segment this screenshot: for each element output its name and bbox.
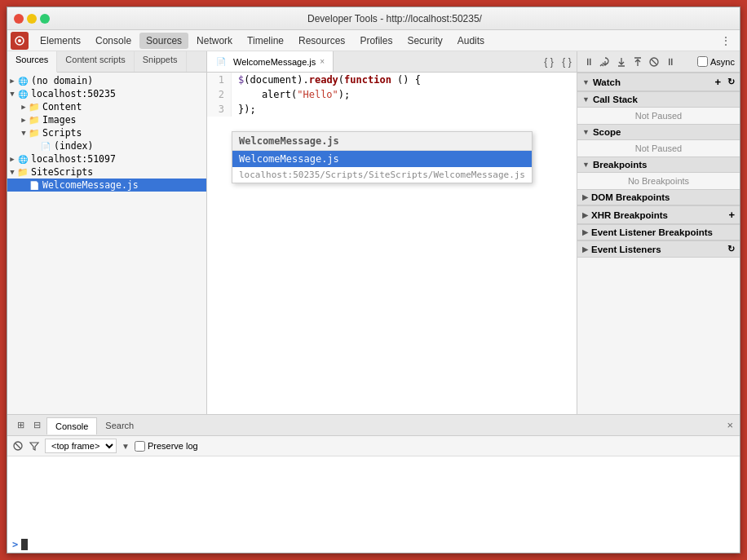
- tree-item-index[interactable]: 📄 (index): [7, 139, 206, 152]
- devtools-body: Sources Content scripts Snippets ▶ 🌐 (no…: [7, 51, 740, 414]
- watch-label: Watch: [593, 77, 621, 87]
- tree-label-no-domain: (no domain): [31, 75, 93, 86]
- watch-add-button[interactable]: +: [714, 76, 721, 88]
- expand-arrow-51097: ▶: [7, 154, 17, 164]
- scope-expand-icon: ▼: [582, 128, 590, 136]
- section-event-listeners-header[interactable]: ▶ Event Listeners ↻: [577, 240, 740, 258]
- tree-label-50235: localhost:50235: [31, 88, 116, 99]
- folder-icon-content: 📁: [29, 101, 40, 112]
- menu-console[interactable]: Console: [89, 33, 138, 49]
- section-callstack-header[interactable]: ▼ Call Stack: [577, 91, 740, 108]
- tree-item-sitescripts[interactable]: ▼ 📁 SiteScripts: [7, 165, 206, 179]
- tree-item-scripts[interactable]: ▼ 📁 Scripts: [7, 126, 206, 139]
- section-event-listener-header[interactable]: ▶ Event Listener Breakpoints: [577, 224, 740, 240]
- section-watch-header[interactable]: ▼ Watch + ↻: [577, 73, 740, 91]
- autocomplete-item-0[interactable]: WelcomeMessage.js: [232, 151, 532, 167]
- file-tree: ▶ 🌐 (no domain) ▼ 🌐 localhost:50235 ▶ 📁 …: [7, 73, 206, 414]
- callstack-label: Call Stack: [593, 95, 638, 104]
- async-checkbox-input[interactable]: [697, 56, 708, 67]
- scope-label: Scope: [593, 127, 621, 137]
- tree-item-localhost-51097[interactable]: ▶ 🌐 localhost:51097: [7, 152, 206, 165]
- menu-elements[interactable]: Elements: [33, 33, 87, 49]
- maximize-button[interactable]: [40, 14, 50, 24]
- editor-tab-welcomemessage[interactable]: 📄 WelcomeMessage.js ×: [207, 51, 334, 72]
- menu-network[interactable]: Network: [190, 33, 239, 49]
- section-breakpoints-header[interactable]: ▼ Breakpoints: [577, 157, 740, 173]
- step-in-button[interactable]: [615, 55, 628, 68]
- menu-bar: Elements Console Sources Network Timelin…: [7, 30, 740, 51]
- tab-content-scripts[interactable]: Content scripts: [57, 51, 134, 72]
- menu-resources[interactable]: Resources: [292, 33, 351, 49]
- line-content-3: });: [232, 102, 256, 117]
- svg-line-5: [15, 443, 20, 448]
- console-prompt[interactable]: >: [7, 536, 740, 553]
- xhr-add-button[interactable]: +: [728, 209, 735, 221]
- expand-arrow-welcomemessage: [19, 180, 29, 190]
- file-icon-index: 📄: [40, 140, 51, 152]
- menu-audits[interactable]: Audits: [451, 33, 491, 49]
- tree-label-scripts: Scripts: [42, 127, 82, 139]
- tree-item-images[interactable]: ▶ 📁 Images: [7, 113, 206, 126]
- tree-item-welcomemessage[interactable]: 📄 WelcomeMessage.js: [7, 179, 206, 192]
- globe-icon-50235: 🌐: [17, 88, 29, 99]
- section-dom-breakpoints-header[interactable]: ▶ DOM Breakpoints: [577, 189, 740, 205]
- globe-icon-no-domain: 🌐: [17, 75, 29, 86]
- pretty-print-icon[interactable]: { }: [560, 55, 573, 68]
- close-button[interactable]: [14, 14, 24, 24]
- editor-tabs: 📄 WelcomeMessage.js × { } { }: [207, 51, 577, 73]
- bottom-close-button[interactable]: ×: [723, 419, 736, 431]
- line-number-1: 1: [207, 73, 232, 87]
- line-content-2: alert("Hello");: [232, 87, 350, 102]
- section-scope-header[interactable]: ▼ Scope: [577, 124, 740, 140]
- svg-point-1: [18, 39, 21, 42]
- folder-icon-sitescripts: 📁: [17, 166, 29, 178]
- more-menu-button[interactable]: ⋮: [715, 33, 736, 49]
- tree-item-no-domain[interactable]: ▶ 🌐 (no domain): [7, 74, 206, 87]
- menu-profiles[interactable]: Profiles: [353, 33, 399, 49]
- async-label: Async: [710, 57, 735, 67]
- preserve-log-input[interactable]: [135, 441, 145, 452]
- bottom-panel-toggle[interactable]: ⊞: [14, 419, 27, 432]
- tree-item-content[interactable]: ▶ 📁 Content: [7, 100, 206, 113]
- tab-sources[interactable]: Sources: [7, 51, 57, 73]
- line-content-1: $(document).ready(function () {: [232, 73, 421, 87]
- tab-console[interactable]: Console: [46, 417, 97, 434]
- filter-button[interactable]: [29, 440, 40, 452]
- menu-security[interactable]: Security: [400, 33, 449, 49]
- console-content: [7, 456, 740, 536]
- event-listener-label: Event Listener Breakpoints: [591, 227, 713, 237]
- code-editor[interactable]: 1 $(document).ready(function () { 2 aler…: [207, 73, 577, 414]
- close-tab-button[interactable]: ×: [320, 57, 325, 66]
- expand-arrow-no-domain: ▶: [7, 76, 17, 86]
- format-icon[interactable]: { }: [542, 55, 555, 68]
- prompt-symbol: >: [12, 539, 18, 550]
- tab-search[interactable]: Search: [97, 417, 142, 434]
- bottom-panel-icon2[interactable]: ⊟: [30, 419, 43, 432]
- disable-breakpoints-button[interactable]: [648, 55, 661, 68]
- menu-timeline[interactable]: Timeline: [241, 33, 290, 49]
- callstack-expand-icon: ▼: [582, 95, 590, 104]
- step-out-button[interactable]: [631, 55, 644, 68]
- step-over-button[interactable]: [599, 55, 612, 68]
- expand-arrow-index: [30, 141, 40, 151]
- bottom-area: ⊞ ⊟ Console Search × <top frame>: [7, 414, 740, 553]
- watch-refresh-button[interactable]: ↻: [727, 77, 735, 87]
- breakpoints-expand-icon: ▼: [582, 161, 590, 169]
- event-listeners-refresh-button[interactable]: ↻: [727, 244, 735, 254]
- pause-exceptions-button[interactable]: ⏸: [664, 55, 677, 68]
- menu-sources[interactable]: Sources: [139, 33, 188, 49]
- tab-snippets[interactable]: Snippets: [135, 51, 187, 72]
- pause-button[interactable]: ⏸: [582, 55, 595, 68]
- section-xhr-header[interactable]: ▶ XHR Breakpoints +: [577, 205, 740, 224]
- expand-arrow-scripts: ▼: [19, 128, 29, 138]
- file-icon-welcomemessage: 📄: [29, 179, 40, 191]
- minimize-button[interactable]: [27, 14, 37, 24]
- globe-icon-51097: 🌐: [17, 153, 29, 165]
- clear-console-button[interactable]: [12, 440, 24, 452]
- xhr-label: XHR Breakpoints: [591, 210, 668, 220]
- frame-select[interactable]: <top frame>: [45, 439, 117, 453]
- editor-tab-label: WelcomeMessage.js: [233, 57, 316, 67]
- frame-dropdown-arrow[interactable]: ▼: [122, 442, 130, 451]
- tree-item-localhost-50235[interactable]: ▼ 🌐 localhost:50235: [7, 87, 206, 100]
- breakpoints-content: No Breakpoints: [577, 173, 740, 189]
